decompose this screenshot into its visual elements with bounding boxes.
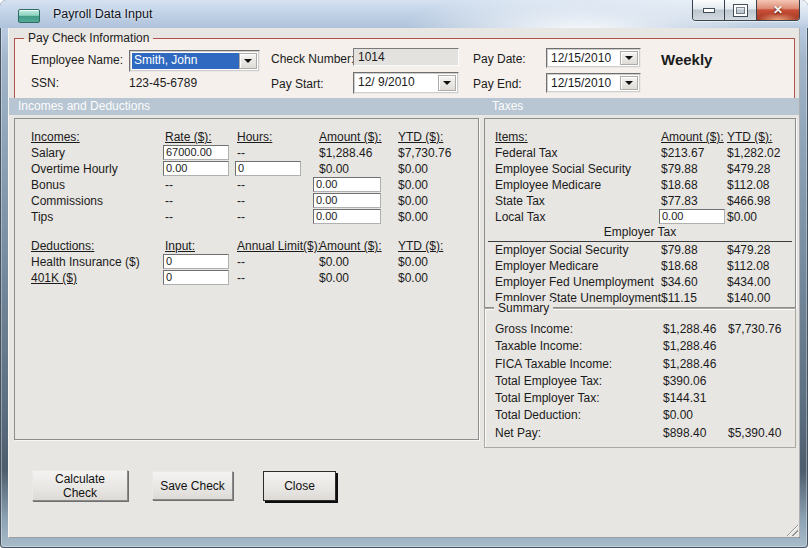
table-cell: Amount ($): <box>319 130 382 144</box>
table-input[interactable]: 0.00 <box>313 177 381 192</box>
screenshot-stage: Payroll Data Input ✕ Pay Check Informati… <box>0 0 808 548</box>
taxes-table: Items:Amount ($):YTD ($):Federal Tax$213… <box>485 129 795 306</box>
table-cell: Input: <box>165 239 195 253</box>
table-cell: Employee Medicare <box>495 178 601 192</box>
table-row: Gross Income:$1,288.46$7,730.76 <box>485 321 795 338</box>
employee-name-dropdown-button[interactable] <box>239 53 257 69</box>
table-row: Overtime Hourly0.000$0.00$0.00 <box>15 161 478 177</box>
table-cell: Commissions <box>31 194 103 208</box>
table-cell: Hours: <box>237 130 272 144</box>
table-row: Deductions:Input:Annual Limit($):Amount … <box>15 238 478 254</box>
table-cell: YTD ($): <box>398 130 443 144</box>
table-input[interactable]: 0.00 <box>313 209 381 224</box>
table-cell: -- <box>237 146 245 160</box>
table-cell: -- <box>237 271 245 285</box>
table-cell: Overtime Hourly <box>31 162 118 176</box>
table-input[interactable]: 0.00 <box>659 209 725 224</box>
table-cell: $144.31 <box>663 391 706 405</box>
table-input[interactable]: 0.00 <box>163 161 229 176</box>
employee-name-combo[interactable]: Smith, John <box>129 50 260 72</box>
resize-grip[interactable] <box>785 523 798 536</box>
table-row: FICA Taxable Income:$1,288.46 <box>485 356 795 373</box>
table-cell: $0.00 <box>319 255 349 269</box>
table-cell: Total Deduction: <box>495 408 581 422</box>
table-row: Employee Social Security$79.88$479.28 <box>485 161 795 177</box>
pay-start-dropdown-button[interactable] <box>438 75 456 91</box>
table-cell: YTD ($): <box>398 239 443 253</box>
table-cell: Total Employer Tax: <box>495 391 600 405</box>
table-cell: Annual Limit($): <box>237 239 321 253</box>
summary-group: Summary Gross Income:$1,288.46$7,730.76T… <box>484 308 796 448</box>
table-cell: $77.83 <box>661 194 698 208</box>
table-cell: $140.00 <box>727 291 770 305</box>
titlebar[interactable]: Payroll Data Input ✕ <box>0 0 808 28</box>
table-input[interactable]: 0 <box>163 270 229 285</box>
table-cell: Employer Fed Unemployment <box>495 275 654 289</box>
table-cell: Net Pay: <box>495 426 541 440</box>
taxes-header: Taxes <box>492 99 523 113</box>
pay-end-dropdown-button[interactable] <box>620 76 638 90</box>
table-cell: $213.67 <box>661 146 704 160</box>
table-input[interactable]: 0 <box>235 161 301 176</box>
table-row: Net Pay:$898.40$5,390.40 <box>485 425 795 442</box>
employee-name-value: Smith, John <box>132 53 240 69</box>
calculate-check-button[interactable]: Calculate Check <box>32 470 128 501</box>
pay-date-value: 12/15/2010 <box>549 51 621 65</box>
table-input[interactable]: 67000.00 <box>163 145 229 160</box>
table-row: State Tax$77.83$466.98 <box>485 193 795 209</box>
table-cell: $7,730.76 <box>728 322 781 336</box>
paycheck-info-legend: Pay Check Information <box>24 31 153 46</box>
table-cell: $18.68 <box>661 259 698 273</box>
table-input[interactable]: 0 <box>163 254 229 269</box>
table-cell: $79.88 <box>661 243 698 257</box>
table-cell: $1,288.46 <box>319 146 372 160</box>
table-cell: Bonus <box>31 178 65 192</box>
table-cell: FICA Taxable Income: <box>495 357 612 371</box>
check-number-input[interactable]: 1014 <box>353 48 459 66</box>
table-cell: $112.08 <box>727 259 770 273</box>
minimize-button[interactable] <box>693 0 725 20</box>
table-cell: $479.28 <box>727 243 770 257</box>
pay-start-picker[interactable]: 12/ 9/2010 <box>353 72 459 94</box>
table-cell: YTD ($): <box>727 130 772 144</box>
close-dialog-button[interactable]: Close <box>263 471 336 501</box>
table-row: Bonus----0.00$0.00 <box>15 177 478 193</box>
pay-end-picker[interactable]: 12/15/2010 <box>546 73 641 93</box>
table-cell: Incomes: <box>31 130 80 144</box>
close-icon: ✕ <box>773 4 783 16</box>
table-cell: $0.00 <box>398 271 428 285</box>
table-cell: -- <box>165 178 173 192</box>
table-row: Tips----0.00$0.00 <box>15 209 478 225</box>
table-row: Employer Social Security$79.88$479.28 <box>485 242 795 258</box>
table-input[interactable]: 0.00 <box>313 193 381 208</box>
table-cell: $11.15 <box>661 291 697 305</box>
table-cell: Total Employee Tax: <box>495 374 602 388</box>
close-button[interactable]: ✕ <box>757 0 799 20</box>
table-cell: $112.08 <box>727 178 770 192</box>
table-row: Total Employer Tax:$144.31 <box>485 390 795 407</box>
pay-frequency-label: Weekly <box>661 51 712 68</box>
table-cell: $898.40 <box>663 426 706 440</box>
table-cell: Items: <box>495 130 528 144</box>
table-cell: $479.28 <box>727 162 770 176</box>
table-cell: Rate ($): <box>165 130 212 144</box>
pay-date-picker[interactable]: 12/15/2010 <box>546 48 641 68</box>
pay-date-dropdown-button[interactable] <box>620 51 638 65</box>
ssn-label: SSN: <box>31 76 59 90</box>
table-cell: Employer Social Security <box>495 243 628 257</box>
table-cell: $34.60 <box>661 275 698 289</box>
table-cell: $5,390.40 <box>728 426 781 440</box>
table-cell: -- <box>237 210 245 224</box>
incomes-deductions-header: Incomes and Deductions <box>18 99 150 113</box>
table-cell: $434.00 <box>727 275 770 289</box>
table-cell: -- <box>237 194 245 208</box>
summary-table: Gross Income:$1,288.46$7,730.76Taxable I… <box>485 321 795 442</box>
pay-end-value: 12/15/2010 <box>549 76 621 90</box>
table-cell: $0.00 <box>398 194 428 208</box>
maximize-button[interactable] <box>725 0 757 20</box>
table-cell: Federal Tax <box>495 146 557 160</box>
table-cell: Employer Medicare <box>495 259 598 273</box>
save-check-button[interactable]: Save Check <box>152 471 233 500</box>
table-row: Total Deduction:$0.00 <box>485 407 795 424</box>
check-number-label: Check Number: <box>271 52 354 66</box>
